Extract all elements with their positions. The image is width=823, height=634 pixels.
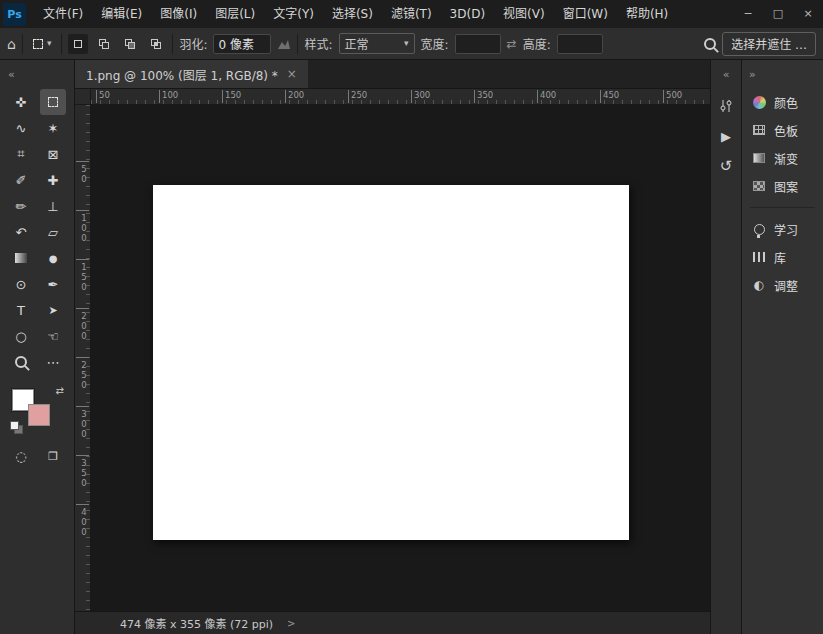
horizontal-type-tool[interactable]: T	[8, 297, 34, 323]
history-brush-tool[interactable]: ↶	[8, 219, 34, 245]
path-selection-tool[interactable]: ➤	[40, 297, 66, 323]
pen-tool-icon: ✒	[48, 277, 59, 292]
search-icon[interactable]	[704, 38, 716, 50]
panel-item-gradients[interactable]: 渐变	[742, 144, 823, 172]
background-color-swatch[interactable]	[28, 404, 50, 426]
properties-panel-button[interactable]	[714, 94, 738, 118]
ruler-label: 350	[474, 90, 493, 103]
document-area: 1.png @ 100% (图层 1, RGB/8) * × 50 100 15…	[75, 60, 710, 634]
close-button[interactable]: ×	[793, 0, 823, 28]
blur-tool-icon: ●	[49, 253, 58, 264]
brush-tool[interactable]: ✏	[8, 193, 34, 219]
maximize-button[interactable]: □	[763, 0, 793, 28]
path-selection-icon: ➤	[48, 304, 57, 317]
default-colors-icon[interactable]	[10, 421, 22, 433]
height-label: 高度:	[523, 35, 551, 52]
document-canvas[interactable]	[153, 185, 629, 540]
frame-tool[interactable]: ⊠	[40, 141, 66, 167]
ruler-label: 400	[537, 90, 556, 103]
divider	[61, 34, 62, 54]
crop-tool[interactable]: ⌗	[8, 141, 34, 167]
panel-item-color[interactable]: 颜色	[742, 88, 823, 116]
screen-mode-button[interactable]: ❐	[40, 443, 66, 469]
clone-stamp-icon: ⊥	[47, 199, 58, 214]
right-panel-header: »	[742, 60, 823, 88]
menu-view[interactable]: 视图(V)	[494, 0, 554, 28]
tool-grid: ✜ ∿ ✶ ⌗ ⊠ ✐ ✚ ✏ ⊥ ↶ ▱ ● ⊙ ✒ T ➤ ○ ☜ ⋯	[0, 89, 74, 375]
gradient-tool[interactable]	[8, 245, 34, 271]
panel-item-learn[interactable]: 学习	[742, 215, 823, 243]
spot-healing-brush-tool[interactable]: ✚	[40, 167, 66, 193]
tool-preset-picker[interactable]: ▾	[29, 36, 56, 52]
status-expand-icon[interactable]: >	[287, 618, 295, 629]
feather-input[interactable]	[213, 34, 271, 54]
chevron-down-icon: ▾	[404, 39, 409, 48]
intersect-selection-icon	[150, 38, 162, 50]
ruler-origin-corner[interactable]	[75, 89, 91, 105]
panel-item-swatches[interactable]: 色板	[742, 116, 823, 144]
clone-stamp-tool[interactable]: ⊥	[40, 193, 66, 219]
actions-panel-button[interactable]: ▶	[714, 124, 738, 148]
collapse-tools-icon[interactable]: «	[8, 68, 15, 81]
eyedropper-tool[interactable]: ✐	[8, 167, 34, 193]
add-to-selection-icon	[98, 38, 110, 50]
minimize-button[interactable]: ─	[733, 0, 763, 28]
menu-3d[interactable]: 3D(D)	[441, 0, 494, 28]
ruler-label: 300	[411, 90, 430, 103]
move-tool[interactable]: ✜	[8, 89, 34, 115]
menu-image[interactable]: 图像(I)	[151, 0, 206, 28]
photoshop-window: Ps 文件(F) 编辑(E) 图像(I) 图层(L) 文字(Y) 选择(S) 滤…	[0, 0, 823, 634]
menu-file[interactable]: 文件(F)	[34, 0, 92, 28]
menu-window[interactable]: 窗口(W)	[554, 0, 617, 28]
panel-item-patterns[interactable]: 图案	[742, 172, 823, 200]
lasso-tool[interactable]: ∿	[8, 115, 34, 141]
blur-tool[interactable]: ●	[40, 245, 66, 271]
new-selection-button[interactable]	[68, 34, 88, 54]
libraries-icon	[752, 250, 766, 264]
menu-layer[interactable]: 图层(L)	[206, 0, 264, 28]
history-panel-button[interactable]: ↺	[714, 154, 738, 178]
zoom-tool[interactable]	[8, 349, 34, 375]
panel-item-adjustments[interactable]: ◐ 调整	[742, 271, 823, 299]
feather-label: 羽化:	[179, 35, 207, 52]
document-tab[interactable]: 1.png @ 100% (图层 1, RGB/8) * ×	[75, 60, 308, 88]
history-icon: ↺	[720, 157, 733, 175]
panel-item-libraries[interactable]: 库	[742, 243, 823, 271]
tab-close-icon[interactable]: ×	[287, 67, 297, 81]
menu-type[interactable]: 文字(Y)	[264, 0, 323, 28]
dodge-tool[interactable]: ⊙	[8, 271, 34, 297]
ellipse-tool[interactable]: ○	[8, 323, 34, 349]
swap-colors-icon[interactable]: ⇄	[56, 385, 64, 396]
menu-help[interactable]: 帮助(H)	[617, 0, 677, 28]
rectangular-marquee-tool[interactable]	[40, 89, 66, 115]
menu-edit[interactable]: 编辑(E)	[92, 0, 151, 28]
eraser-tool[interactable]: ▱	[40, 219, 66, 245]
horizontal-ruler[interactable]: 50 100 150 200 250 300 350 400 450 500	[91, 89, 710, 105]
document-dimensions: 474 像素 x 355 像素 (72 ppi)	[120, 615, 273, 631]
pen-tool[interactable]: ✒	[40, 271, 66, 297]
vertical-ruler[interactable]: 50 100 150 200 250 300 350 400	[75, 105, 91, 611]
ruler-label: 500	[663, 90, 682, 103]
intersect-selection-button[interactable]	[146, 34, 166, 54]
healing-brush-icon: ✚	[48, 173, 59, 188]
collapse-panels-icon[interactable]: »	[749, 68, 756, 81]
height-input[interactable]	[557, 34, 603, 54]
edit-toolbar-button[interactable]: ⋯	[40, 349, 66, 375]
menu-select[interactable]: 选择(S)	[323, 0, 382, 28]
adjustments-icon: ◐	[752, 278, 766, 292]
right-panel-dock: » 颜色 色板 渐变 图案 学习 库 ◐ 调整	[742, 60, 823, 634]
home-icon[interactable]: ⌂	[7, 37, 16, 51]
subtract-from-selection-button[interactable]	[120, 34, 140, 54]
menu-filter[interactable]: 滤镜(T)	[382, 0, 441, 28]
style-select[interactable]: 正常 ▾	[339, 33, 415, 54]
width-input[interactable]	[455, 34, 501, 54]
ruler-label: 50	[96, 90, 110, 103]
add-to-selection-button[interactable]	[94, 34, 114, 54]
panel-label: 图案	[774, 178, 798, 195]
quick-selection-tool[interactable]: ✶	[40, 115, 66, 141]
select-and-mask-button[interactable]: 选择并遮住 …	[722, 32, 816, 56]
swap-dimensions-icon[interactable]: ⇄	[507, 38, 517, 50]
expand-panels-icon[interactable]: «	[723, 68, 730, 81]
quick-mask-button[interactable]: ◌	[8, 443, 34, 469]
hand-tool[interactable]: ☜	[40, 323, 66, 349]
